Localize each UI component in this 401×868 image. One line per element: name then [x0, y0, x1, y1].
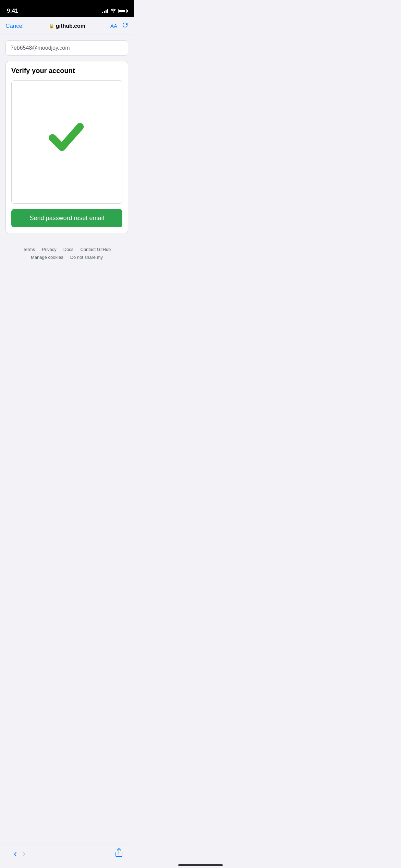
- verify-box: [11, 80, 122, 204]
- send-password-reset-button[interactable]: Send password reset email: [11, 209, 122, 227]
- battery-icon: [118, 9, 127, 13]
- page-content: 7eb6548@moodjoy.com Verify your account …: [0, 35, 134, 265]
- footer-docs-link[interactable]: Docs: [63, 247, 74, 252]
- status-icons: [102, 8, 127, 14]
- signal-icon: [102, 9, 108, 13]
- text-size-button[interactable]: AA: [110, 23, 117, 29]
- footer-links: Terms Privacy Docs Contact GitHub Manage…: [0, 239, 134, 265]
- url-bar: 🔒 github.com: [49, 23, 85, 29]
- footer-privacy-link[interactable]: Privacy: [42, 247, 57, 252]
- reload-button[interactable]: [122, 22, 128, 30]
- main-card: Verify your account Send password reset …: [5, 61, 128, 233]
- wifi-icon: [110, 8, 116, 14]
- footer-contact-link[interactable]: Contact GitHub: [80, 247, 111, 252]
- lock-icon: 🔒: [49, 23, 54, 28]
- cancel-button[interactable]: Cancel: [5, 23, 24, 29]
- svg-point-0: [113, 11, 114, 13]
- status-bar: 9:41: [0, 0, 134, 17]
- url-text: github.com: [56, 23, 85, 29]
- footer-terms-link[interactable]: Terms: [23, 247, 35, 252]
- browser-actions: AA: [110, 22, 128, 30]
- email-field-partial: 7eb6548@moodjoy.com: [5, 40, 128, 56]
- checkmark-icon: [46, 117, 87, 159]
- status-time: 9:41: [7, 8, 18, 14]
- footer-cookies-link[interactable]: Manage cookies: [31, 255, 63, 260]
- footer-dnshare-link[interactable]: Do not share my: [70, 255, 103, 260]
- section-title: Verify your account: [11, 67, 122, 75]
- browser-bar: Cancel 🔒 github.com AA: [0, 17, 134, 35]
